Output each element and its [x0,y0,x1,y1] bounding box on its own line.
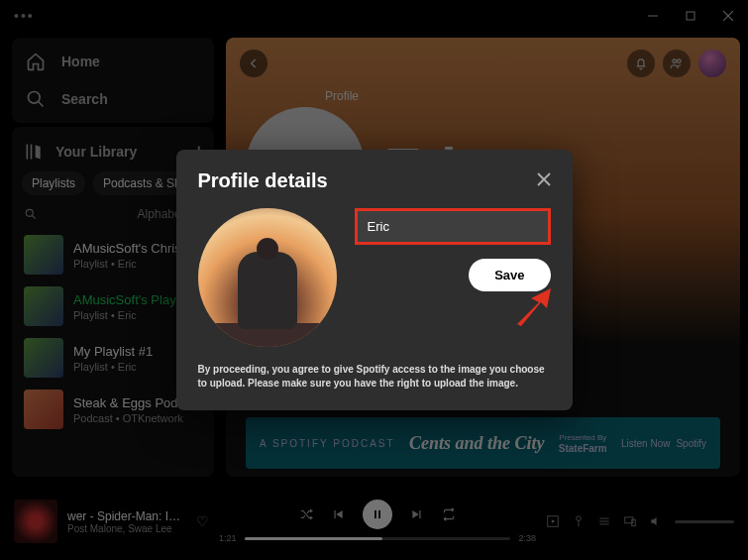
profile-details-modal: Profile details Save By proceeding, you … [176,150,573,410]
profile-photo-picker[interactable] [198,208,337,347]
profile-name-input[interactable] [355,208,551,245]
annotation-arrow-icon [511,286,553,328]
modal-disclaimer: By proceeding, you agree to give Spotify… [198,363,551,391]
close-icon [537,172,551,186]
modal-backdrop[interactable]: Profile details Save By proceeding, you … [0,0,748,560]
modal-title: Profile details [198,169,328,192]
modal-close-button[interactable] [537,172,551,190]
